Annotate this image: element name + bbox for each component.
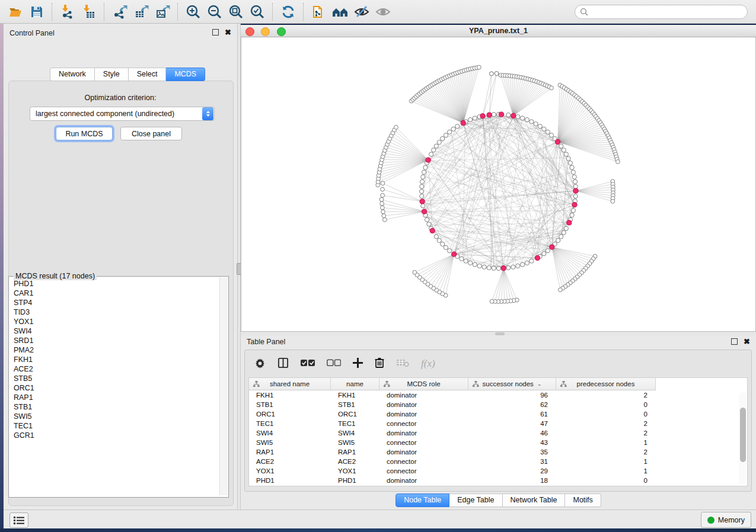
refresh-layout-icon[interactable] [277, 2, 299, 21]
control-panel-titlebar: Control Panel ✖ [4, 27, 237, 41]
tab-network-table[interactable]: Network Table [503, 493, 566, 507]
mcds-result-item[interactable]: GCR1 [9, 431, 218, 440]
column-header-shared-name[interactable]: shared name [249, 378, 331, 390]
table-scrollbar-thumb[interactable] [740, 408, 746, 462]
mcds-result-item[interactable]: YOX1 [9, 317, 218, 326]
mcds-result-item[interactable]: SWI5 [9, 412, 218, 421]
tab-style[interactable]: Style [95, 68, 129, 81]
column-header-successor-nodes[interactable]: successor nodes⌄ [468, 378, 556, 390]
mcds-result-item[interactable]: SWI4 [9, 326, 218, 336]
network-graph[interactable] [241, 37, 755, 331]
table-row[interactable]: RAP1RAP1dominator352 [249, 447, 747, 457]
task-history-button[interactable] [9, 512, 28, 528]
main-toolbar [0, 0, 756, 24]
function-builder-icon[interactable]: f(x) [421, 358, 435, 370]
desktop-wallpaper-bottom [0, 528, 756, 532]
delete-column-icon[interactable] [375, 357, 384, 370]
cell-successor-nodes: 43 [468, 438, 556, 447]
tab-select[interactable]: Select [129, 68, 167, 81]
export-image-icon[interactable] [152, 2, 173, 21]
export-network-icon[interactable] [109, 2, 130, 21]
mcds-result-list[interactable]: PHD1CAR1STP4TID3YOX1SWI4SRD1PMA2FKH1ACE2… [9, 279, 218, 495]
cell-name: ORC1 [331, 409, 379, 419]
table-row[interactable]: YOX1YOX1connector291 [249, 466, 747, 476]
close-panel-icon[interactable]: ✖ [225, 29, 231, 36]
cell-successor-nodes: 96 [468, 390, 556, 400]
select-all-icon[interactable] [301, 358, 315, 369]
run-mcds-button[interactable]: Run MCDS [56, 127, 113, 140]
table-settings-icon[interactable] [254, 357, 266, 371]
import-network-icon[interactable] [57, 2, 78, 21]
column-header-predecessor-nodes[interactable]: predecessor nodes [556, 378, 656, 390]
import-table-icon[interactable] [78, 2, 100, 21]
table-row[interactable]: ORC1ORC1dominator610 [249, 409, 747, 419]
float-panel-icon[interactable] [212, 29, 219, 36]
optimization-criterion-select[interactable]: largest connected component (undirected) [30, 107, 215, 121]
cell-successor-nodes: 29 [468, 466, 556, 476]
mcds-result-item[interactable]: CAR1 [9, 289, 218, 298]
cell-predecessor-nodes: 2 [556, 428, 656, 438]
mcds-result-item[interactable]: SRD1 [9, 336, 218, 345]
search-box[interactable] [575, 5, 748, 19]
mcds-result-item[interactable]: STB5 [9, 374, 218, 383]
zoom-out-icon[interactable] [204, 2, 225, 21]
table-row[interactable]: SWI4SWI4dominator462 [249, 428, 747, 438]
mcds-result-item[interactable]: FKH1 [9, 355, 218, 364]
export-table-icon[interactable] [130, 2, 152, 21]
network-window-titlebar[interactable]: YPA_prune.txt_1 [241, 25, 756, 37]
cell-MCDS-role: dominator [379, 428, 468, 438]
deselect-all-icon[interactable] [327, 358, 341, 369]
cell-MCDS-role: dominator [379, 476, 468, 485]
save-session-icon[interactable] [26, 2, 47, 21]
mcds-result-item[interactable]: TEC1 [9, 421, 218, 431]
mcds-result-item[interactable]: STB1 [9, 402, 218, 412]
toolbar-separator [52, 3, 53, 21]
search-input[interactable] [591, 7, 747, 17]
table-row[interactable]: TEC1TEC1connector472 [249, 419, 747, 428]
split-panel-icon[interactable] [277, 357, 289, 371]
table-row[interactable]: PHD1PHD1dominator180 [249, 476, 747, 485]
optimization-criterion-label: Optimization criterion: [0, 94, 241, 102]
mcds-result-item[interactable]: STP4 [9, 298, 218, 307]
memory-button[interactable]: Memory [701, 512, 751, 528]
show-all-icon[interactable] [372, 2, 394, 21]
column-header-MCDS-role[interactable]: MCDS role [379, 378, 468, 390]
network-canvas[interactable] [241, 37, 755, 331]
cell-MCDS-role: dominator [379, 409, 468, 419]
close-panel-button[interactable]: Close panel [120, 127, 182, 140]
open-session-icon[interactable] [5, 2, 26, 21]
select-stepper-icon [202, 107, 213, 120]
delete-table-icon[interactable] [396, 358, 409, 370]
tab-node-table[interactable]: Node Table [395, 493, 449, 507]
clone-network-icon[interactable] [308, 2, 330, 21]
first-neighbors-icon[interactable] [330, 2, 351, 21]
tab-network[interactable]: Network [50, 68, 95, 81]
table-row[interactable]: FKH1FKH1dominator962 [249, 390, 747, 400]
search-icon [580, 8, 588, 16]
column-header-name[interactable]: name [331, 378, 379, 390]
table-row[interactable]: ACE2ACE2connector311 [249, 457, 747, 466]
table-row[interactable]: STB1STB1dominator620 [249, 400, 747, 409]
mcds-result-item[interactable]: ACE2 [9, 364, 218, 374]
zoom-in-icon[interactable] [183, 2, 204, 21]
float-panel-icon[interactable] [731, 338, 738, 345]
add-column-icon[interactable] [353, 358, 363, 370]
table-row[interactable]: SWI5SWI5connector431 [249, 438, 747, 447]
node-table[interactable]: shared namenameMCDS rolesuccessor nodes⌄… [248, 377, 748, 486]
zoom-selected-icon[interactable] [247, 2, 268, 21]
mcds-result-item[interactable]: PMA2 [9, 345, 218, 355]
mcds-result-scrollbar[interactable] [219, 277, 228, 495]
zoom-fit-icon[interactable] [225, 2, 247, 21]
hide-selected-icon[interactable] [351, 2, 372, 21]
mcds-result-item[interactable]: RAP1 [9, 393, 218, 402]
mcds-result-item[interactable]: ORC1 [9, 383, 218, 393]
mcds-result-item[interactable]: PHD1 [9, 279, 218, 289]
mcds-result-item[interactable]: TID3 [9, 307, 218, 317]
close-panel-icon[interactable]: ✖ [744, 338, 750, 345]
tab-mcds[interactable]: MCDS [166, 68, 205, 81]
tab-motifs[interactable]: Motifs [565, 493, 601, 507]
cell-predecessor-nodes: 2 [556, 390, 656, 400]
table-panel-title: Table Panel [247, 338, 285, 346]
cell-shared-name: ACE2 [249, 457, 331, 466]
tab-edge-table[interactable]: Edge Table [449, 493, 502, 507]
